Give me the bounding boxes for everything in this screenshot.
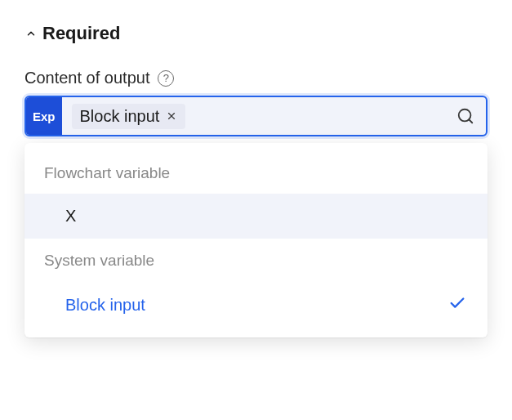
variable-dropdown: Flowchart variable X System variable Blo… (24, 143, 488, 337)
section-title: Required (42, 23, 120, 44)
svg-line-3 (469, 119, 472, 123)
chevron-up-icon (24, 27, 38, 40)
token-area[interactable]: Block input (62, 97, 445, 135)
field-label: Content of output (24, 69, 149, 87)
dropdown-option-x[interactable]: X (24, 194, 488, 239)
dropdown-option-block-input[interactable]: Block input (24, 281, 488, 329)
search-icon[interactable] (445, 97, 486, 135)
close-icon[interactable] (166, 110, 177, 122)
token-label: Block input (80, 107, 160, 126)
expression-input[interactable]: Exp Block input (24, 96, 488, 136)
expression-badge: Exp (26, 97, 62, 135)
dropdown-group-label: System variable (24, 245, 488, 281)
dropdown-group-label: Flowchart variable (24, 158, 488, 194)
token-block-input[interactable]: Block input (72, 104, 186, 129)
option-label: X (65, 207, 76, 226)
check-icon (448, 294, 466, 316)
help-icon[interactable]: ? (158, 70, 174, 87)
option-label: Block input (65, 296, 145, 315)
section-toggle[interactable]: Required (24, 23, 488, 44)
